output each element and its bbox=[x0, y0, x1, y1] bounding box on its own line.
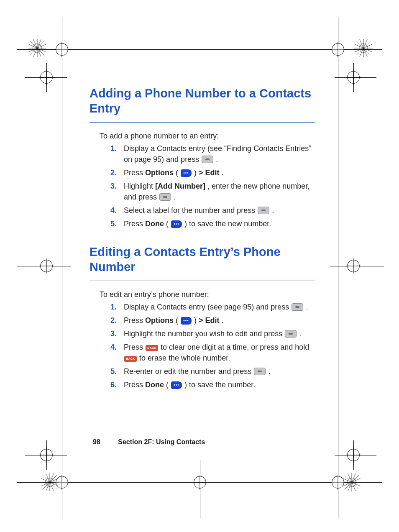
step-item: Select a label for the number and press … bbox=[110, 205, 315, 216]
step-item: Re-enter or edit the number and press . bbox=[110, 366, 315, 377]
step-item: Press to clear one digit at a time, or p… bbox=[110, 342, 315, 363]
page-number: 98 bbox=[93, 438, 100, 445]
print-star-icon bbox=[28, 38, 47, 58]
step-item: Press Options ( ) > Edit . bbox=[110, 167, 315, 178]
step-text: . bbox=[272, 206, 274, 215]
step-text: Display a Contacts entry (see page 95) a… bbox=[124, 303, 291, 311]
page-content: Adding a Phone Number to a Contacts Entr… bbox=[90, 86, 315, 393]
intro-text: To edit an entry’s phone number: bbox=[100, 290, 315, 299]
step-text: Press bbox=[124, 381, 145, 389]
bold-text: [Add Number] bbox=[155, 182, 205, 190]
bold-text: > Edit bbox=[199, 316, 220, 325]
step-text: . bbox=[174, 193, 176, 201]
reg-mark-icon bbox=[332, 43, 344, 56]
intro-text: To add a phone number to an entry: bbox=[100, 132, 315, 141]
step-text: Select a label for the number and press bbox=[124, 206, 257, 215]
step-item: Press Done ( ) to save the new number. bbox=[110, 218, 315, 229]
menu-key-icon bbox=[159, 193, 171, 201]
step-item: Press Options ( ) > Edit . bbox=[110, 315, 315, 326]
reg-mark-icon bbox=[40, 260, 53, 272]
step-text: . bbox=[268, 367, 270, 376]
step-item: Highlight the number you wish to edit an… bbox=[110, 328, 315, 339]
step-text: ) bbox=[194, 169, 199, 177]
softkey-icon bbox=[181, 317, 192, 325]
step-text: ( bbox=[176, 169, 178, 177]
step-text: ( bbox=[166, 381, 169, 389]
heading-add-number: Adding a Phone Number to a Contacts Entr… bbox=[90, 86, 315, 120]
bold-text: Done bbox=[145, 220, 164, 228]
step-text: ( bbox=[176, 316, 178, 325]
print-star-icon bbox=[40, 473, 59, 492]
step-text: to clear one digit at a time, or press a… bbox=[161, 343, 309, 351]
step-item: Press Done ( ) to save the number. bbox=[110, 379, 315, 390]
heading-edit-number: Editing a Contacts Entry’s Phone Number bbox=[90, 244, 315, 278]
menu-key-icon bbox=[254, 368, 266, 375]
reg-mark-icon bbox=[56, 43, 68, 56]
reg-mark-icon bbox=[347, 260, 360, 272]
menu-key-icon bbox=[285, 330, 297, 338]
bold-text: Done bbox=[145, 381, 164, 389]
heading-rule bbox=[90, 281, 315, 281]
step-item: Display a Contacts entry (see “Finding C… bbox=[110, 143, 315, 165]
step-text: ) to save the number. bbox=[184, 381, 255, 389]
step-text: ) to save the new number. bbox=[184, 220, 271, 228]
bold-text: > Edit bbox=[199, 169, 220, 177]
softkey-icon bbox=[181, 169, 192, 177]
step-text: Press bbox=[124, 316, 145, 325]
step-text: . bbox=[222, 169, 224, 177]
step-text: Re-enter or edit the number and press bbox=[124, 367, 253, 376]
menu-key-icon bbox=[292, 303, 303, 311]
back-key-icon bbox=[124, 356, 137, 362]
softkey-icon bbox=[171, 220, 182, 228]
bold-text: Options bbox=[145, 316, 174, 325]
step-text: ) bbox=[194, 316, 199, 325]
step-text: . bbox=[306, 303, 308, 311]
step-text: to erase the whole number. bbox=[139, 354, 230, 362]
step-text: Highlight bbox=[124, 182, 155, 190]
step-text: . bbox=[222, 316, 224, 325]
step-item: Highlight [Add Number] , enter the new p… bbox=[110, 181, 315, 202]
steps-list: Display a Contacts entry (see “Finding C… bbox=[110, 143, 315, 230]
step-text: Press bbox=[124, 220, 145, 228]
step-text: Press bbox=[124, 169, 145, 177]
step-item: Display a Contacts entry (see page 95) a… bbox=[110, 302, 315, 312]
back-key-icon bbox=[146, 345, 158, 351]
print-star-icon bbox=[342, 473, 361, 492]
heading-rule bbox=[90, 122, 315, 123]
page-footer: 98 Section 2F: Using Contacts bbox=[93, 438, 205, 446]
bold-text: Options bbox=[145, 169, 174, 177]
menu-key-icon bbox=[258, 207, 269, 214]
print-star-icon bbox=[354, 38, 373, 58]
step-text: . bbox=[299, 330, 301, 338]
step-text: . bbox=[216, 155, 218, 164]
softkey-icon bbox=[171, 381, 182, 389]
step-text: Press bbox=[124, 343, 145, 351]
step-text: ( bbox=[166, 220, 169, 228]
steps-list: Display a Contacts entry (see page 95) a… bbox=[110, 302, 315, 391]
step-text: Highlight the number you wish to edit an… bbox=[124, 330, 284, 338]
menu-key-icon bbox=[202, 156, 213, 163]
section-label: Section 2F: Using Contacts bbox=[118, 438, 205, 445]
